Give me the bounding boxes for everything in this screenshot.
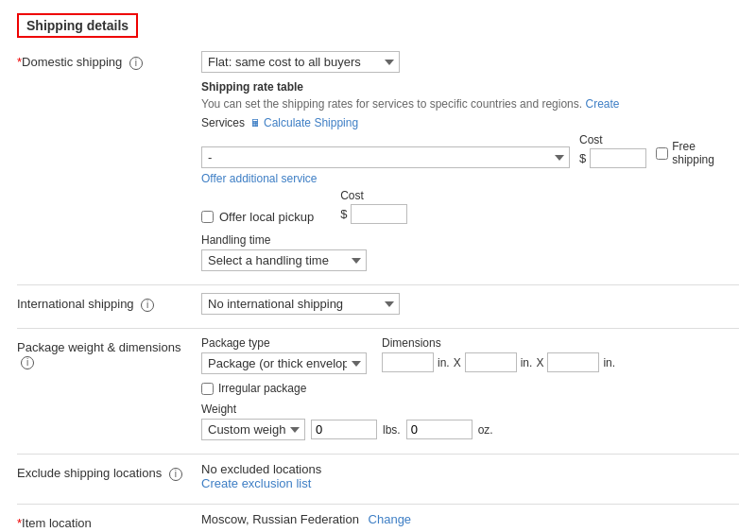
divider-2 — [17, 328, 739, 329]
create-link[interactable]: Create — [585, 97, 619, 111]
international-shipping-label-col: International shipping i — [17, 293, 201, 312]
free-shipping-col: Free shipping — [656, 140, 739, 168]
free-shipping-row: Free shipping — [656, 140, 739, 166]
package-type-label: Package type — [201, 336, 367, 350]
package-weight-content: Package type Package (or thick envelope)… — [201, 336, 739, 440]
weight-row: Weight Custom weight 1 lb. 2 lbs. 5 lbs.… — [201, 403, 739, 440]
divider-3 — [17, 454, 739, 455]
service-select-col: - — [201, 146, 570, 168]
service-select[interactable]: - — [201, 146, 570, 168]
weight-lbs-input[interactable] — [311, 420, 377, 439]
dollar-sign: $ — [579, 151, 586, 165]
dim-in-2: in. — [521, 356, 533, 369]
dimensions-label: Dimensions — [382, 336, 615, 350]
calculator-icon: 🖩 — [250, 117, 261, 129]
services-label: Services — [201, 116, 245, 129]
weight-select[interactable]: Custom weight 1 lb. 2 lbs. 5 lbs. — [201, 419, 305, 440]
domestic-shipping-content: Flat: same cost to all buyers Calculated… — [201, 51, 739, 271]
dim-x-1: X — [454, 356, 461, 369]
exclude-shipping-info-icon[interactable]: i — [169, 468, 182, 481]
irregular-package-row: Irregular package — [201, 382, 739, 395]
local-pickup-row: Offer local pickup — [201, 210, 314, 224]
cost-input-row: $ — [579, 148, 646, 168]
exclude-shipping-label-col: Exclude shipping locations i — [17, 462, 201, 481]
weight-inputs-row: Custom weight 1 lb. 2 lbs. 5 lbs. lbs. o… — [201, 419, 739, 440]
package-weight-label-col: Package weight & dimensions i — [17, 336, 201, 369]
divider-4 — [17, 504, 739, 505]
package-weight-info-icon[interactable]: i — [21, 356, 34, 369]
weight-oz-input[interactable] — [406, 420, 472, 439]
dim-x-2: X — [536, 356, 543, 369]
irregular-package-checkbox[interactable] — [201, 383, 214, 395]
package-type-select[interactable]: Package (or thick envelope) Large envelo… — [201, 352, 367, 374]
international-shipping-info-icon[interactable]: i — [141, 299, 154, 312]
services-header-row: Services 🖩 Calculate Shipping — [201, 116, 739, 129]
package-type-col: Package type Package (or thick envelope)… — [201, 336, 367, 374]
lbs-label: lbs. — [383, 423, 401, 437]
exclude-shipping-row: Exclude shipping locations i No excluded… — [17, 462, 739, 490]
international-shipping-content: No international shipping Flat: same cos… — [201, 293, 739, 315]
domestic-shipping-row: *Domestic shipping i Flat: same cost to … — [17, 51, 739, 271]
item-location-label-col: *Item location — [17, 512, 201, 530]
handling-time-section: Handling time Select a handling time Sam… — [201, 233, 739, 271]
dim-in-3: in. — [603, 356, 615, 369]
handling-time-label: Handling time — [201, 233, 739, 247]
dimension-inputs-row: in. X in. X in. — [382, 352, 615, 372]
shipping-rate-table: Shipping rate table You can set the ship… — [201, 80, 739, 271]
rate-table-label: Shipping rate table — [201, 80, 739, 94]
exclude-shipping-content: No excluded locations Create exclusion l… — [201, 462, 739, 490]
local-pickup-checkbox[interactable] — [201, 211, 214, 223]
divider-1 — [17, 284, 739, 285]
service-cost-row: - Cost $ Free shipping — [201, 133, 739, 168]
cost-header-label: Cost — [579, 133, 603, 146]
offer-additional-link[interactable]: Offer additional service — [201, 172, 739, 185]
item-location-change-link[interactable]: Change — [369, 512, 412, 526]
international-shipping-select[interactable]: No international shipping Flat: same cos… — [201, 293, 400, 315]
local-cost-col: Cost $ — [340, 189, 407, 224]
handling-time-select[interactable]: Select a handling time Same day 1 busine… — [201, 249, 367, 271]
oz-label: oz. — [478, 423, 493, 437]
dimensions-col: Dimensions in. X in. X in. — [382, 336, 615, 372]
free-shipping-checkbox[interactable] — [656, 147, 668, 160]
dim-in-1: in. — [438, 356, 450, 369]
domestic-shipping-label: *Domestic shipping i — [17, 51, 201, 70]
flat-shipping-select[interactable]: Flat: same cost to all buyers Calculated… — [201, 51, 400, 73]
item-location-content: Moscow, Russian Federation Change — [201, 512, 739, 526]
local-cost-label: Cost — [340, 189, 407, 202]
create-exclusion-list-link[interactable]: Create exclusion list — [201, 476, 311, 490]
rate-info-text: You can set the shipping rates for servi… — [201, 95, 739, 112]
international-shipping-row: International shipping i No internationa… — [17, 293, 739, 315]
weight-label: Weight — [201, 403, 739, 416]
domestic-shipping-info-icon[interactable]: i — [129, 57, 143, 70]
cost-col: Cost $ — [579, 133, 646, 168]
local-cost-input[interactable] — [351, 204, 407, 224]
local-pickup-section: Offer local pickup Cost $ — [201, 189, 739, 224]
section-title: Shipping details — [17, 13, 138, 38]
dimension-height-input[interactable] — [547, 352, 599, 372]
dimension-length-input[interactable] — [382, 352, 434, 372]
calculate-shipping-link[interactable]: 🖩 Calculate Shipping — [250, 116, 358, 129]
cost-input-field[interactable] — [590, 148, 646, 168]
no-excluded-text: No excluded locations — [201, 462, 739, 476]
pkg-type-dimensions-row: Package type Package (or thick envelope)… — [201, 336, 739, 374]
dimension-width-input[interactable] — [465, 352, 517, 372]
package-weight-row: Package weight & dimensions i Package ty… — [17, 336, 739, 440]
local-cost-input-row: $ — [340, 204, 407, 224]
item-location-row: *Item location Moscow, Russian Federatio… — [17, 512, 739, 530]
